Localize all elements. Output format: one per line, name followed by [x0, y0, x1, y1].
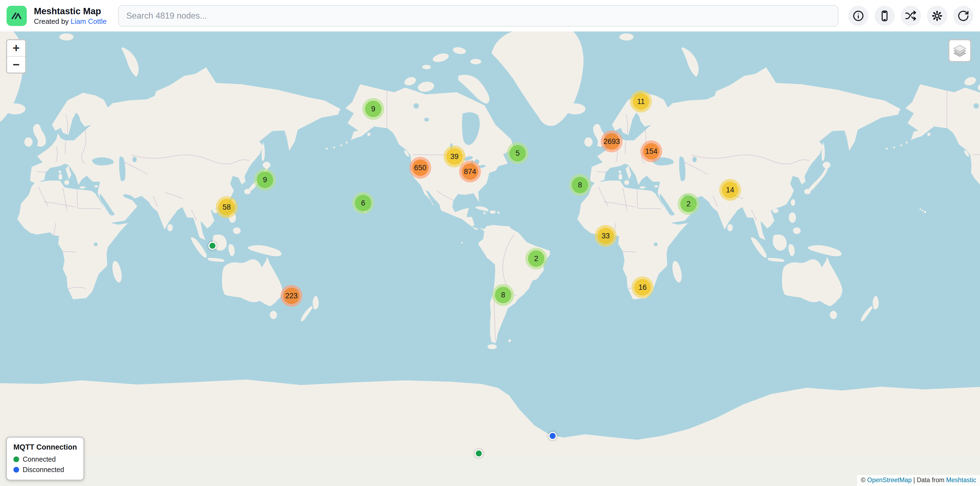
- map-cluster-medium[interactable]: 11: [630, 91, 652, 113]
- meshtastic-link[interactable]: Meshtastic: [946, 476, 976, 484]
- mqtt-legend: MQTT Connection Connected Disconnected: [6, 437, 84, 481]
- gear-icon: [931, 10, 943, 22]
- node-marker-connected[interactable]: [475, 449, 483, 457]
- cluster-count: 8: [501, 291, 505, 300]
- author-link[interactable]: Liam Cottle: [70, 17, 107, 25]
- cluster-count: 5: [515, 149, 520, 158]
- cluster-count: 874: [464, 167, 476, 176]
- search-input[interactable]: [118, 5, 838, 27]
- cluster-count: 154: [645, 147, 657, 156]
- legend-item-connected: Connected: [13, 455, 77, 463]
- page-subtitle: Created by Liam Cottle: [34, 18, 107, 26]
- cluster-count: 58: [223, 203, 231, 212]
- map-cluster-large[interactable]: 650: [409, 157, 431, 179]
- cluster-count: 223: [285, 292, 298, 300]
- world-map[interactable]: 911269315439650874589142586332822316 + −…: [0, 32, 980, 486]
- cluster-count: 14: [726, 186, 734, 194]
- meshtastic-logo-icon: [6, 6, 27, 26]
- zoom-out-button[interactable]: −: [7, 56, 25, 73]
- disconnected-dot-icon: [13, 467, 19, 473]
- legend-title: MQTT Connection: [13, 443, 77, 451]
- mobile-app-button[interactable]: [875, 6, 895, 26]
- map-cluster-medium[interactable]: 14: [719, 179, 741, 201]
- random-node-button[interactable]: [901, 6, 921, 26]
- cluster-count: 9: [263, 176, 267, 184]
- cluster-count: 2: [686, 200, 690, 208]
- info-icon: [852, 10, 864, 22]
- map-cluster-small[interactable]: 6: [352, 192, 374, 214]
- cluster-count: 6: [361, 199, 365, 207]
- app-titles: Meshtastic Map Created by Liam Cottle: [34, 6, 107, 26]
- map-cluster-large[interactable]: 154: [640, 140, 662, 162]
- map-cluster-small[interactable]: 5: [507, 142, 528, 164]
- layers-control[interactable]: [948, 39, 971, 62]
- layers-icon: [952, 43, 967, 58]
- cluster-count: 9: [371, 105, 375, 113]
- map-cluster-large[interactable]: 2693: [601, 131, 623, 153]
- cluster-count: 650: [414, 164, 426, 172]
- legend-label: Connected: [23, 455, 56, 463]
- cluster-count: 2: [534, 255, 538, 263]
- node-marker-disconnected[interactable]: [549, 432, 557, 440]
- cluster-count: 8: [578, 181, 582, 190]
- app-header: Meshtastic Map Created by Liam Cottle: [0, 0, 980, 32]
- zoom-in-button[interactable]: +: [7, 40, 25, 56]
- cluster-count: 39: [450, 153, 458, 161]
- legend-item-disconnected: Disconnected: [13, 466, 77, 474]
- map-cluster-small[interactable]: 2: [678, 193, 700, 215]
- smartphone-icon: [878, 10, 891, 22]
- header-buttons: [848, 6, 974, 26]
- map-cluster-small[interactable]: 2: [525, 248, 547, 269]
- map-cluster-small[interactable]: 9: [362, 98, 384, 120]
- refresh-button[interactable]: [953, 6, 974, 26]
- map-cluster-medium[interactable]: 16: [632, 276, 654, 298]
- cluster-count: 33: [601, 232, 610, 240]
- map-cluster-medium[interactable]: 58: [216, 196, 238, 218]
- node-marker-connected[interactable]: [208, 242, 216, 250]
- map-cluster-small[interactable]: 8: [492, 284, 514, 306]
- map-cluster-small[interactable]: 8: [569, 174, 591, 196]
- map-cluster-small[interactable]: 9: [254, 169, 276, 191]
- map-attribution: © OpenStreetMap | Data from Meshtastic: [857, 475, 980, 486]
- cluster-count: 2693: [603, 137, 620, 146]
- map-cluster-medium[interactable]: 33: [595, 225, 617, 247]
- osm-link[interactable]: OpenStreetMap: [867, 476, 912, 484]
- map-cluster-large[interactable]: 874: [459, 161, 481, 183]
- page-title: Meshtastic Map: [34, 6, 107, 16]
- legend-label: Disconnected: [23, 466, 64, 474]
- connected-dot-icon: [13, 456, 19, 462]
- cluster-count: 16: [638, 283, 647, 292]
- settings-button[interactable]: [927, 6, 947, 26]
- map-cluster-large[interactable]: 223: [280, 285, 302, 307]
- cluster-count: 11: [637, 97, 645, 106]
- shuffle-icon: [905, 10, 917, 22]
- map-tiles: [0, 32, 980, 486]
- zoom-control: + −: [6, 39, 26, 73]
- refresh-icon: [957, 10, 969, 22]
- info-button[interactable]: [848, 6, 869, 26]
